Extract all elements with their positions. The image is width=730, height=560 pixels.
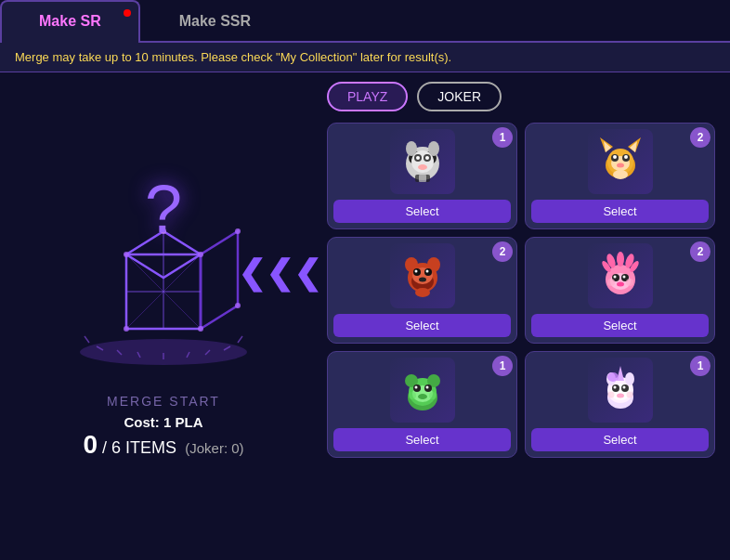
card-badge: 1 xyxy=(690,356,710,376)
svg-point-72 xyxy=(617,282,624,287)
filter-joker[interactable]: JOKER xyxy=(417,82,502,111)
item-count-number: 0 xyxy=(83,430,98,459)
tab-dot xyxy=(124,9,131,17)
card-image xyxy=(390,243,455,308)
svg-point-23 xyxy=(235,303,241,308)
svg-point-17 xyxy=(124,252,129,257)
cards-grid: 1 xyxy=(327,123,715,458)
character-icon xyxy=(593,248,648,304)
card-image xyxy=(588,129,653,194)
character-icon xyxy=(395,362,450,418)
joker-info: (Joker: 0) xyxy=(181,440,244,456)
tab-make-sr-label: Make SR xyxy=(39,13,101,29)
svg-line-1 xyxy=(85,336,89,343)
svg-point-91 xyxy=(625,372,634,385)
select-button[interactable]: Select xyxy=(333,428,511,451)
select-button[interactable]: Select xyxy=(333,200,511,223)
card-badge: 2 xyxy=(492,241,513,262)
select-button[interactable]: Select xyxy=(531,200,709,223)
joker-count: 0 xyxy=(231,440,239,456)
svg-point-63 xyxy=(617,252,624,267)
card-image xyxy=(588,358,653,423)
svg-point-86 xyxy=(429,392,437,399)
svg-point-74 xyxy=(626,279,633,286)
card-badge: 2 xyxy=(690,127,710,148)
svg-point-31 xyxy=(416,156,420,160)
svg-point-96 xyxy=(613,386,616,389)
select-button[interactable]: Select xyxy=(333,314,511,337)
arrows-icon: ❮❮❮ xyxy=(238,254,321,293)
svg-point-22 xyxy=(235,228,241,234)
card-badge: 1 xyxy=(492,356,513,376)
svg-point-20 xyxy=(198,326,203,332)
tab-bar: Make SR Make SSR xyxy=(0,0,730,43)
svg-point-0 xyxy=(80,339,247,365)
card-image xyxy=(390,358,455,423)
items-total: 6 xyxy=(111,438,121,457)
card-badge: 1 xyxy=(492,127,513,148)
svg-rect-36 xyxy=(419,175,426,182)
card-image xyxy=(390,129,455,194)
svg-point-33 xyxy=(406,141,417,156)
character-icon xyxy=(395,248,450,304)
question-mark-icon: ? xyxy=(145,171,182,247)
svg-point-99 xyxy=(607,392,614,398)
card-image xyxy=(588,243,653,308)
right-panel: PLAYZ JOKER 1 xyxy=(327,82,715,540)
select-button[interactable]: Select xyxy=(531,428,709,451)
svg-point-58 xyxy=(425,270,428,273)
svg-point-19 xyxy=(124,326,129,332)
svg-point-60 xyxy=(415,288,430,297)
list-item: 2 xyxy=(327,237,517,344)
svg-point-85 xyxy=(409,392,416,399)
items-word: ITEMS xyxy=(125,438,176,457)
list-item: 2 xyxy=(525,237,715,344)
tab-make-ssr[interactable]: Make SSR xyxy=(140,0,290,41)
list-item: 2 xyxy=(525,123,715,229)
svg-point-82 xyxy=(414,386,417,389)
cube-container: ? xyxy=(52,162,275,384)
svg-point-59 xyxy=(419,278,426,282)
svg-point-57 xyxy=(414,270,417,273)
character-icon xyxy=(593,362,648,418)
svg-point-84 xyxy=(418,394,427,399)
svg-point-49 xyxy=(613,170,628,179)
list-item: 1 xyxy=(327,351,517,458)
list-item: 1 xyxy=(525,351,715,458)
svg-point-92 xyxy=(607,372,619,382)
svg-marker-12 xyxy=(201,231,238,329)
merge-start-button[interactable]: MERGE START xyxy=(107,394,220,409)
svg-point-70 xyxy=(613,276,616,279)
svg-point-83 xyxy=(425,386,428,389)
svg-point-100 xyxy=(626,392,632,398)
select-button[interactable]: Select xyxy=(531,314,709,337)
svg-point-48 xyxy=(617,163,624,168)
svg-point-98 xyxy=(617,394,624,398)
svg-line-9 xyxy=(238,336,242,343)
joker-label: Joker: xyxy=(189,440,228,456)
tab-make-sr[interactable]: Make SR xyxy=(0,0,140,41)
main-content: ? xyxy=(0,72,730,549)
cost-info: Cost: 1 PLA 0 / 6 ITEMS (Joker: 0) xyxy=(83,414,243,460)
svg-point-47 xyxy=(624,155,628,159)
filter-playz[interactable]: PLAYZ xyxy=(327,82,408,111)
character-icon xyxy=(395,134,450,189)
svg-point-30 xyxy=(418,164,427,170)
svg-point-32 xyxy=(425,156,429,160)
svg-point-97 xyxy=(622,386,625,389)
left-panel: ? xyxy=(15,82,312,540)
card-badge: 2 xyxy=(690,241,710,262)
svg-point-71 xyxy=(622,276,625,279)
svg-point-46 xyxy=(613,155,617,159)
svg-point-73 xyxy=(607,279,615,286)
filter-row: PLAYZ JOKER xyxy=(327,82,715,111)
items-separator: / xyxy=(102,438,107,457)
character-icon xyxy=(593,134,648,189)
svg-point-18 xyxy=(198,252,203,257)
cost-label: Cost: 1 PLA xyxy=(83,414,243,430)
info-message: Merge may take up to 10 minutes. Please … xyxy=(0,43,730,72)
tab-make-ssr-label: Make SSR xyxy=(179,13,251,29)
list-item: 1 xyxy=(327,123,517,229)
items-count: 0 / 6 ITEMS (Joker: 0) xyxy=(83,430,243,460)
svg-point-34 xyxy=(428,141,439,156)
